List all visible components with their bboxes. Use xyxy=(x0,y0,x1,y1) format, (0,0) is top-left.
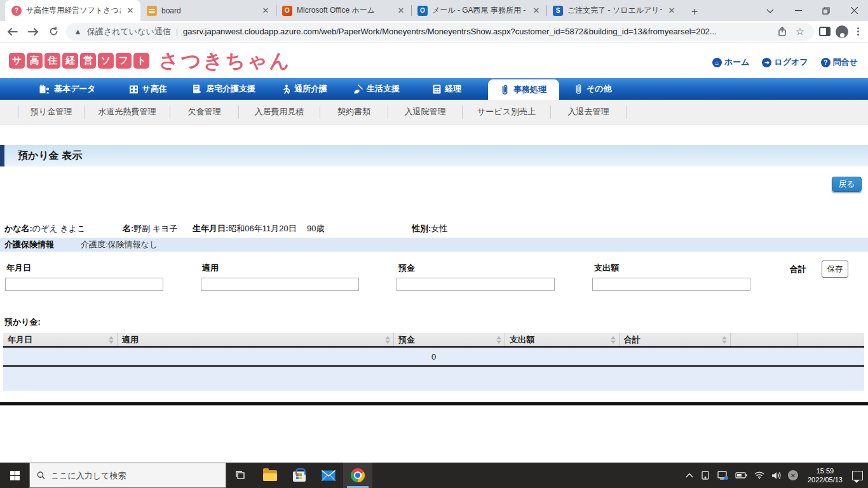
reload-icon[interactable] xyxy=(46,24,61,39)
expense-input[interactable] xyxy=(592,278,750,291)
taskbar-clock[interactable]: 15:59 2022/05/13 xyxy=(805,466,845,484)
tab-mail[interactable]: O メール - GA西尾 事務所用 - O ✕ xyxy=(411,0,546,21)
profile-avatar[interactable] xyxy=(836,25,848,38)
tab-close-icon[interactable]: ✕ xyxy=(667,6,677,16)
contact-link[interactable]: ?問合せ xyxy=(821,57,858,68)
header-links: ⌂ホーム ➜ログオフ ?問合せ xyxy=(712,57,858,68)
nav-basic-data[interactable]: 基本データ xyxy=(39,78,96,100)
submenu-kesshoku-kanri[interactable]: 欠食管理 xyxy=(170,105,239,119)
url-text[interactable]: gasrv.japanwest.cloudapp.azure.com/web/P… xyxy=(183,27,771,36)
action-center-icon[interactable] xyxy=(852,471,863,480)
nav-seikatsu-shien[interactable]: 生活支援 xyxy=(353,78,400,100)
clock-date: 2022/05/13 xyxy=(808,475,843,484)
col-label: 預金 xyxy=(398,334,415,346)
nav-kyotaku-kaigo[interactable]: 居宅介護支援 xyxy=(193,78,255,100)
logo-box: ソ xyxy=(98,53,114,69)
task-view-button[interactable] xyxy=(226,463,255,488)
sort-icon[interactable] xyxy=(109,336,114,344)
tab-close-icon[interactable]: ✕ xyxy=(531,6,541,16)
close-window-button[interactable] xyxy=(840,0,868,21)
volume-icon[interactable] xyxy=(771,471,781,480)
table-caption: 預かり金: xyxy=(4,316,41,328)
cast-screen-icon[interactable] xyxy=(700,471,710,480)
web-page: サ 高 住 経 営 ソ フ ト さつきちゃん ⌂ホーム ➜ログオフ ?問合せ 基… xyxy=(0,43,868,463)
patient-info-row: かな名:のぞえ きよこ 名:野副 キヨ子 生年月日:昭和06年11月20日 90… xyxy=(4,223,447,234)
name-value: 野副 キヨ子 xyxy=(133,224,177,233)
tab-satsuki[interactable]: ? サ高住専用経営ソフトさつきちゃ ✕ xyxy=(5,0,140,21)
tab-office[interactable]: O Microsoft Office ホーム ✕ xyxy=(276,0,411,21)
nav-sakoju[interactable]: サ高住 xyxy=(129,78,167,100)
app-logo: サ 高 住 経 営 ソ フ ト さつきちゃん xyxy=(9,51,291,71)
tab-close-icon[interactable]: ✕ xyxy=(125,6,135,16)
nav-keiri[interactable]: 経理 xyxy=(433,78,461,100)
save-button[interactable]: 保存 xyxy=(822,261,848,278)
window-controls xyxy=(756,0,868,21)
nav-sonota[interactable]: その他 xyxy=(574,78,612,100)
new-tab-button[interactable]: ＋ xyxy=(686,2,703,20)
security-label[interactable]: 保護されていない通信 xyxy=(87,26,171,37)
col-header-desc[interactable]: 適用 xyxy=(118,333,394,346)
tab-search-chevron-icon[interactable] xyxy=(756,0,784,21)
patient-gender: 性別:女性 xyxy=(412,223,447,234)
nav-jimu-shori-active[interactable]: 事務処理 xyxy=(488,79,559,100)
search-input[interactable] xyxy=(51,471,219,480)
nav-label: その他 xyxy=(587,83,612,95)
wifi-icon[interactable] xyxy=(754,471,764,479)
submenu-nyutaikyo-kanri[interactable]: 入退去管理 xyxy=(551,105,627,119)
submenu-service-betsu-uriage[interactable]: サービス別売上 xyxy=(463,105,551,119)
microsoft-store-button[interactable] xyxy=(285,463,314,488)
deposit-input[interactable] xyxy=(397,278,555,291)
sort-icon[interactable] xyxy=(496,336,501,344)
app-header: サ 高 住 経 営 ソ フ ト さつきちゃん ⌂ホーム ➜ログオフ ?問合せ xyxy=(0,43,868,78)
sort-icon[interactable] xyxy=(385,336,390,344)
taskbar-search-box[interactable] xyxy=(29,463,226,488)
submenu-keiyaku-shorui[interactable]: 契約書類 xyxy=(320,105,388,119)
col-header-expense[interactable]: 支出額 xyxy=(505,333,620,346)
submenu-nyukyo-hiyo-mitsumori[interactable]: 入居費用見積 xyxy=(239,105,320,119)
tab-close-icon[interactable]: ✕ xyxy=(396,6,406,16)
chrome-button[interactable] xyxy=(343,463,372,488)
share-icon[interactable] xyxy=(776,27,789,36)
back-icon[interactable] xyxy=(5,24,20,39)
store-icon xyxy=(293,471,306,482)
forward-icon[interactable] xyxy=(25,24,41,39)
tab-close-icon[interactable]: ✕ xyxy=(261,6,271,16)
col-header-total[interactable]: 合計 xyxy=(620,333,731,346)
tab-board[interactable]: board ✕ xyxy=(140,0,276,21)
patient-age: 90歳 xyxy=(307,223,358,234)
battery-icon[interactable] xyxy=(735,471,747,479)
col-header-date[interactable]: 年月日 xyxy=(3,333,118,346)
file-explorer-button[interactable] xyxy=(255,463,285,488)
nav-tsusho-kaigo[interactable]: 通所介護 xyxy=(282,78,327,100)
insurance-detail: 介護度:保険情報なし xyxy=(81,239,158,250)
desc-input[interactable] xyxy=(201,278,359,291)
sort-icon[interactable] xyxy=(722,336,727,344)
not-secure-warning-icon[interactable]: ▲ xyxy=(74,27,82,36)
tray-expand-chevron-icon[interactable] xyxy=(686,473,693,478)
submenu-suido-konetsuhi[interactable]: 水道光熱費管理 xyxy=(85,105,170,119)
screen: ? サ高住専用経営ソフトさつきちゃ ✕ board ✕ O Microsoft … xyxy=(0,0,868,488)
search-icon xyxy=(37,471,45,480)
submenu-azukarikin-kanri[interactable]: 預り金管理 xyxy=(18,105,85,119)
network-offline-icon[interactable]: ✕ xyxy=(788,470,798,480)
update-status-icon[interactable] xyxy=(717,471,728,480)
chrome-icon xyxy=(351,468,365,482)
browser-menu-icon[interactable] xyxy=(853,27,863,36)
sort-icon[interactable] xyxy=(611,336,616,344)
mail-button[interactable] xyxy=(314,463,343,488)
minimize-button[interactable] xyxy=(784,0,812,21)
main-navigation: 基本データ サ高住 居宅介護支援 通所介護 生活支援 経理 xyxy=(0,78,868,100)
side-panel-icon[interactable] xyxy=(819,27,831,36)
tab-title: メール - GA西尾 事務所用 - O xyxy=(432,5,527,16)
tab-order[interactable]: S ご注文完了 - ソロエルアリーナ P ✕ xyxy=(546,0,682,21)
omnibox[interactable]: ▲ 保護されていない通信 | gasrv.japanwest.cloudapp.… xyxy=(66,23,814,41)
col-header-deposit[interactable]: 預金 xyxy=(394,333,505,346)
home-link[interactable]: ⌂ホーム xyxy=(712,57,750,68)
bookmark-star-icon[interactable]: ☆ xyxy=(794,25,806,37)
restore-button[interactable] xyxy=(812,0,840,21)
submenu-nyutaiin-kanri[interactable]: 入退院管理 xyxy=(388,105,463,119)
start-button[interactable] xyxy=(0,463,29,488)
date-input[interactable] xyxy=(5,278,163,291)
back-button[interactable]: 戻る xyxy=(832,177,862,192)
logoff-link[interactable]: ➜ログオフ xyxy=(762,57,808,68)
